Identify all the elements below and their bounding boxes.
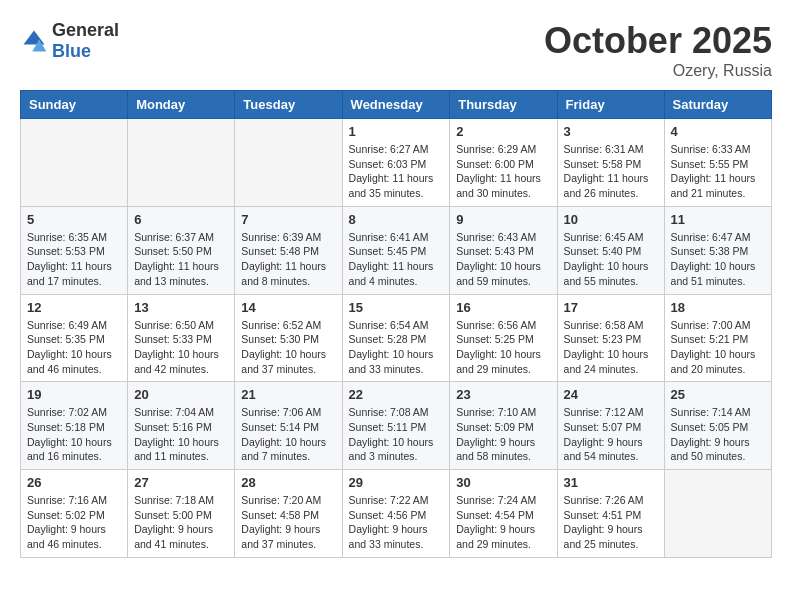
logo: General Blue bbox=[20, 20, 119, 62]
weekday-header: Sunday bbox=[21, 91, 128, 119]
calendar-cell: 1Sunrise: 6:27 AM Sunset: 6:03 PM Daylig… bbox=[342, 119, 450, 207]
day-info: Sunrise: 7:06 AM Sunset: 5:14 PM Dayligh… bbox=[241, 405, 335, 464]
day-number: 17 bbox=[564, 300, 658, 315]
calendar-row: 26Sunrise: 7:16 AM Sunset: 5:02 PM Dayli… bbox=[21, 470, 772, 558]
day-info: Sunrise: 6:43 AM Sunset: 5:43 PM Dayligh… bbox=[456, 230, 550, 289]
calendar-cell: 14Sunrise: 6:52 AM Sunset: 5:30 PM Dayli… bbox=[235, 294, 342, 382]
calendar-row: 5Sunrise: 6:35 AM Sunset: 5:53 PM Daylig… bbox=[21, 206, 772, 294]
day-info: Sunrise: 6:31 AM Sunset: 5:58 PM Dayligh… bbox=[564, 142, 658, 201]
day-info: Sunrise: 7:14 AM Sunset: 5:05 PM Dayligh… bbox=[671, 405, 765, 464]
day-number: 1 bbox=[349, 124, 444, 139]
day-info: Sunrise: 6:50 AM Sunset: 5:33 PM Dayligh… bbox=[134, 318, 228, 377]
calendar-cell: 2Sunrise: 6:29 AM Sunset: 6:00 PM Daylig… bbox=[450, 119, 557, 207]
day-info: Sunrise: 7:16 AM Sunset: 5:02 PM Dayligh… bbox=[27, 493, 121, 552]
day-info: Sunrise: 6:47 AM Sunset: 5:38 PM Dayligh… bbox=[671, 230, 765, 289]
day-info: Sunrise: 6:39 AM Sunset: 5:48 PM Dayligh… bbox=[241, 230, 335, 289]
day-number: 25 bbox=[671, 387, 765, 402]
calendar-cell: 28Sunrise: 7:20 AM Sunset: 4:58 PM Dayli… bbox=[235, 470, 342, 558]
day-number: 6 bbox=[134, 212, 228, 227]
day-number: 11 bbox=[671, 212, 765, 227]
day-info: Sunrise: 6:52 AM Sunset: 5:30 PM Dayligh… bbox=[241, 318, 335, 377]
day-number: 20 bbox=[134, 387, 228, 402]
calendar-cell: 3Sunrise: 6:31 AM Sunset: 5:58 PM Daylig… bbox=[557, 119, 664, 207]
calendar-cell: 23Sunrise: 7:10 AM Sunset: 5:09 PM Dayli… bbox=[450, 382, 557, 470]
calendar-cell: 11Sunrise: 6:47 AM Sunset: 5:38 PM Dayli… bbox=[664, 206, 771, 294]
calendar-cell: 22Sunrise: 7:08 AM Sunset: 5:11 PM Dayli… bbox=[342, 382, 450, 470]
calendar-cell: 21Sunrise: 7:06 AM Sunset: 5:14 PM Dayli… bbox=[235, 382, 342, 470]
day-info: Sunrise: 7:12 AM Sunset: 5:07 PM Dayligh… bbox=[564, 405, 658, 464]
day-info: Sunrise: 7:26 AM Sunset: 4:51 PM Dayligh… bbox=[564, 493, 658, 552]
calendar-cell: 30Sunrise: 7:24 AM Sunset: 4:54 PM Dayli… bbox=[450, 470, 557, 558]
day-info: Sunrise: 7:08 AM Sunset: 5:11 PM Dayligh… bbox=[349, 405, 444, 464]
day-info: Sunrise: 6:54 AM Sunset: 5:28 PM Dayligh… bbox=[349, 318, 444, 377]
day-number: 2 bbox=[456, 124, 550, 139]
calendar-row: 19Sunrise: 7:02 AM Sunset: 5:18 PM Dayli… bbox=[21, 382, 772, 470]
day-number: 5 bbox=[27, 212, 121, 227]
day-info: Sunrise: 6:41 AM Sunset: 5:45 PM Dayligh… bbox=[349, 230, 444, 289]
day-number: 26 bbox=[27, 475, 121, 490]
day-info: Sunrise: 7:18 AM Sunset: 5:00 PM Dayligh… bbox=[134, 493, 228, 552]
day-info: Sunrise: 7:04 AM Sunset: 5:16 PM Dayligh… bbox=[134, 405, 228, 464]
day-info: Sunrise: 7:02 AM Sunset: 5:18 PM Dayligh… bbox=[27, 405, 121, 464]
logo-icon bbox=[20, 27, 48, 55]
month-year-title: October 2025 bbox=[544, 20, 772, 62]
day-number: 21 bbox=[241, 387, 335, 402]
logo-general: General bbox=[52, 20, 119, 40]
day-number: 4 bbox=[671, 124, 765, 139]
day-number: 16 bbox=[456, 300, 550, 315]
calendar-cell: 18Sunrise: 7:00 AM Sunset: 5:21 PM Dayli… bbox=[664, 294, 771, 382]
day-number: 14 bbox=[241, 300, 335, 315]
day-info: Sunrise: 6:33 AM Sunset: 5:55 PM Dayligh… bbox=[671, 142, 765, 201]
location-subtitle: Ozery, Russia bbox=[544, 62, 772, 80]
calendar-cell: 25Sunrise: 7:14 AM Sunset: 5:05 PM Dayli… bbox=[664, 382, 771, 470]
day-info: Sunrise: 7:10 AM Sunset: 5:09 PM Dayligh… bbox=[456, 405, 550, 464]
calendar-cell: 8Sunrise: 6:41 AM Sunset: 5:45 PM Daylig… bbox=[342, 206, 450, 294]
weekday-header: Saturday bbox=[664, 91, 771, 119]
calendar-cell: 27Sunrise: 7:18 AM Sunset: 5:00 PM Dayli… bbox=[128, 470, 235, 558]
calendar-cell: 16Sunrise: 6:56 AM Sunset: 5:25 PM Dayli… bbox=[450, 294, 557, 382]
calendar-cell: 4Sunrise: 6:33 AM Sunset: 5:55 PM Daylig… bbox=[664, 119, 771, 207]
day-number: 12 bbox=[27, 300, 121, 315]
day-number: 3 bbox=[564, 124, 658, 139]
title-block: October 2025 Ozery, Russia bbox=[544, 20, 772, 80]
day-info: Sunrise: 6:37 AM Sunset: 5:50 PM Dayligh… bbox=[134, 230, 228, 289]
calendar-cell: 17Sunrise: 6:58 AM Sunset: 5:23 PM Dayli… bbox=[557, 294, 664, 382]
weekday-header: Wednesday bbox=[342, 91, 450, 119]
day-number: 10 bbox=[564, 212, 658, 227]
day-number: 9 bbox=[456, 212, 550, 227]
logo-blue: Blue bbox=[52, 41, 91, 61]
day-info: Sunrise: 6:29 AM Sunset: 6:00 PM Dayligh… bbox=[456, 142, 550, 201]
day-number: 29 bbox=[349, 475, 444, 490]
day-number: 23 bbox=[456, 387, 550, 402]
calendar-cell: 6Sunrise: 6:37 AM Sunset: 5:50 PM Daylig… bbox=[128, 206, 235, 294]
day-number: 22 bbox=[349, 387, 444, 402]
calendar-header-row: SundayMondayTuesdayWednesdayThursdayFrid… bbox=[21, 91, 772, 119]
calendar-cell: 31Sunrise: 7:26 AM Sunset: 4:51 PM Dayli… bbox=[557, 470, 664, 558]
day-info: Sunrise: 6:35 AM Sunset: 5:53 PM Dayligh… bbox=[27, 230, 121, 289]
day-info: Sunrise: 6:56 AM Sunset: 5:25 PM Dayligh… bbox=[456, 318, 550, 377]
day-number: 13 bbox=[134, 300, 228, 315]
calendar-cell bbox=[235, 119, 342, 207]
calendar-cell bbox=[128, 119, 235, 207]
day-number: 8 bbox=[349, 212, 444, 227]
calendar-cell: 10Sunrise: 6:45 AM Sunset: 5:40 PM Dayli… bbox=[557, 206, 664, 294]
calendar-cell: 29Sunrise: 7:22 AM Sunset: 4:56 PM Dayli… bbox=[342, 470, 450, 558]
page-header: General Blue October 2025 Ozery, Russia bbox=[20, 20, 772, 80]
day-info: Sunrise: 7:24 AM Sunset: 4:54 PM Dayligh… bbox=[456, 493, 550, 552]
calendar-cell: 13Sunrise: 6:50 AM Sunset: 5:33 PM Dayli… bbox=[128, 294, 235, 382]
svg-marker-0 bbox=[24, 31, 45, 45]
calendar-cell bbox=[664, 470, 771, 558]
day-number: 28 bbox=[241, 475, 335, 490]
calendar-row: 1Sunrise: 6:27 AM Sunset: 6:03 PM Daylig… bbox=[21, 119, 772, 207]
day-info: Sunrise: 6:45 AM Sunset: 5:40 PM Dayligh… bbox=[564, 230, 658, 289]
weekday-header: Thursday bbox=[450, 91, 557, 119]
day-info: Sunrise: 6:27 AM Sunset: 6:03 PM Dayligh… bbox=[349, 142, 444, 201]
day-number: 7 bbox=[241, 212, 335, 227]
day-info: Sunrise: 7:22 AM Sunset: 4:56 PM Dayligh… bbox=[349, 493, 444, 552]
day-info: Sunrise: 6:49 AM Sunset: 5:35 PM Dayligh… bbox=[27, 318, 121, 377]
logo-text: General Blue bbox=[52, 20, 119, 62]
calendar-cell: 26Sunrise: 7:16 AM Sunset: 5:02 PM Dayli… bbox=[21, 470, 128, 558]
calendar-cell: 24Sunrise: 7:12 AM Sunset: 5:07 PM Dayli… bbox=[557, 382, 664, 470]
day-number: 31 bbox=[564, 475, 658, 490]
calendar-cell: 9Sunrise: 6:43 AM Sunset: 5:43 PM Daylig… bbox=[450, 206, 557, 294]
